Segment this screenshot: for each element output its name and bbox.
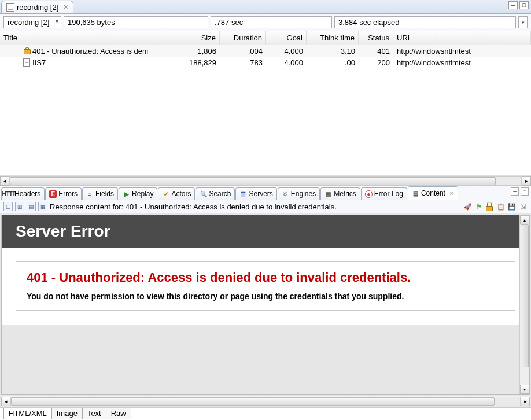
error-message: You do not have permission to view this … xyxy=(27,291,504,301)
content-toolbar-right: 🚀 ⚑ 📋 💾 ⇲ xyxy=(463,202,528,211)
table-body: 401 - Unauthorized: Access is deni 1,806… xyxy=(0,45,531,175)
scroll-track[interactable] xyxy=(9,176,522,186)
table-h-scrollbar[interactable]: ◂ ▸ xyxy=(0,175,531,186)
page-icon xyxy=(6,3,14,12)
cell-size: 1,806 xyxy=(179,46,220,57)
error-icon: E xyxy=(49,190,57,198)
cell-duration: .004 xyxy=(220,46,266,57)
tab-metrics[interactable]: ▦Metrics xyxy=(320,187,360,200)
editor-tab-bar: recording [2] ✕ ─ □ xyxy=(0,0,531,14)
cell-url: http://windowsntlmtest xyxy=(393,57,531,68)
tab-html-xml[interactable]: HTML/XML xyxy=(3,408,52,419)
content-toolbar: ▢ ▥ ▤ ▦ Response content for: 401 - Unau… xyxy=(0,200,531,213)
error-title: 401 - Unauthorized: Access is denied due… xyxy=(27,270,504,285)
cell-status: 200 xyxy=(359,57,393,68)
col-size[interactable]: Size xyxy=(179,31,220,45)
cell-title: 401 - Unauthorized: Access is deni xyxy=(32,47,148,56)
http-icon: HTTP xyxy=(5,190,13,198)
server-icon: ☰ xyxy=(239,190,247,198)
cell-think: .00 xyxy=(307,57,359,68)
layout-grid-button[interactable]: ▦ xyxy=(38,202,47,211)
tab-search[interactable]: 🔍Search xyxy=(196,187,235,200)
col-status[interactable]: Status xyxy=(359,31,393,45)
close-icon[interactable]: ✕ xyxy=(449,190,454,197)
flag-icon[interactable]: ⚑ xyxy=(474,202,484,211)
minimize-button[interactable]: ─ xyxy=(508,1,518,9)
scroll-thumb[interactable] xyxy=(521,224,529,367)
scroll-left-button[interactable]: ◂ xyxy=(0,176,9,186)
layout-split-v-button[interactable]: ▤ xyxy=(27,202,36,211)
editor-tab-recording[interactable]: recording [2] ✕ xyxy=(1,1,73,13)
col-think-time[interactable]: Think time xyxy=(307,31,359,45)
cell-think: 3.10 xyxy=(307,46,359,57)
close-icon[interactable]: ✕ xyxy=(63,3,68,11)
cell-goal: 4.000 xyxy=(266,46,307,57)
tab-error-log[interactable]: ●Error Log xyxy=(361,187,407,200)
content-description: Response content for: 401 - Unauthorized… xyxy=(50,202,461,211)
scroll-right-button[interactable]: ▸ xyxy=(522,176,531,186)
metrics-icon: ▦ xyxy=(325,190,332,198)
summary-toolbar: recording [2] 190,635 bytes .787 sec 3.8… xyxy=(0,14,531,31)
content-format-tabs: HTML/XML Image Text Raw xyxy=(0,407,531,420)
elapsed-readout[interactable]: 3.884 sec elapsed xyxy=(334,16,516,28)
detail-pane-controls: ─ □ xyxy=(511,187,529,196)
content-view: Server Error 401 - Unauthorized: Access … xyxy=(0,213,531,407)
scroll-thumb[interactable] xyxy=(11,397,495,406)
col-goal[interactable]: Goal xyxy=(266,31,307,45)
copy-icon[interactable]: 📋 xyxy=(496,202,506,211)
fields-icon: ≡ xyxy=(86,190,94,198)
tab-raw[interactable]: Raw xyxy=(106,408,131,419)
export-icon[interactable]: ⇲ xyxy=(518,202,528,211)
maximize-button[interactable]: □ xyxy=(519,1,529,9)
cell-size: 188,829 xyxy=(179,57,220,68)
tab-content[interactable]: ▤Content✕ xyxy=(408,186,458,200)
content-h-scrollbar[interactable]: ◂ ▸ xyxy=(1,396,530,406)
col-title[interactable]: Title xyxy=(0,31,179,45)
layout-single-button[interactable]: ▢ xyxy=(3,202,13,211)
cell-status: 401 xyxy=(359,46,393,57)
tab-text[interactable]: Text xyxy=(82,408,106,419)
recording-selector[interactable]: recording [2] xyxy=(3,16,61,28)
scroll-up-button[interactable]: ▴ xyxy=(520,215,529,224)
bytes-readout[interactable]: 190,635 bytes xyxy=(64,16,208,28)
scroll-thumb[interactable] xyxy=(10,177,496,185)
tab-engines[interactable]: ⛭Engines xyxy=(278,187,320,200)
view-menu-dropdown[interactable]: ▾ xyxy=(518,16,528,28)
error-page-header: Server Error xyxy=(2,215,529,248)
col-url[interactable]: URL xyxy=(393,31,531,45)
recording-selector-label: recording [2] xyxy=(8,18,49,27)
save-icon[interactable]: 💾 xyxy=(507,202,517,211)
table-row[interactable]: IIS7 188,829 .783 4.000 .00 200 http://w… xyxy=(0,57,531,68)
cell-duration: .783 xyxy=(220,57,266,68)
lock-icon[interactable] xyxy=(485,202,495,211)
seconds-readout[interactable]: .787 sec xyxy=(211,16,332,28)
tab-actors[interactable]: ✔Actors xyxy=(158,187,195,200)
tab-headers[interactable]: HTTPHeaders xyxy=(1,187,45,200)
minimize-pane-button[interactable]: ─ xyxy=(511,187,519,196)
table-header: Title Size Duration Goal Think time Stat… xyxy=(0,31,531,45)
layout-split-h-button[interactable]: ▥ xyxy=(15,202,24,211)
tab-image[interactable]: Image xyxy=(51,408,83,419)
scroll-down-button[interactable]: ▾ xyxy=(520,385,529,394)
content-scroll-area[interactable]: Server Error 401 - Unauthorized: Access … xyxy=(1,215,530,395)
search-icon: 🔍 xyxy=(200,190,207,198)
cell-title: IIS7 xyxy=(32,58,46,67)
tab-fields[interactable]: ≡Fields xyxy=(82,187,118,200)
table-row[interactable]: 401 - Unauthorized: Access is deni 1,806… xyxy=(0,45,531,57)
col-duration[interactable]: Duration xyxy=(220,31,266,45)
tab-replay[interactable]: ▶Replay xyxy=(119,187,157,200)
tab-servers[interactable]: ☰Servers xyxy=(235,187,276,200)
engine-icon: ⛭ xyxy=(282,190,289,198)
detail-tab-bar: HTTPHeaders EErrors ≡Fields ▶Replay ✔Act… xyxy=(0,186,531,200)
content-v-scrollbar[interactable]: ▴ ▾ xyxy=(519,215,529,394)
tab-errors[interactable]: EErrors xyxy=(45,187,82,200)
scroll-left-button[interactable]: ◂ xyxy=(1,397,10,406)
rendered-response: Server Error 401 - Unauthorized: Access … xyxy=(2,215,529,325)
scroll-right-button[interactable]: ▸ xyxy=(521,397,530,406)
check-icon: ✔ xyxy=(162,190,169,198)
error-box: 401 - Unauthorized: Access is denied due… xyxy=(16,261,515,311)
page-icon xyxy=(23,58,30,67)
scroll-track[interactable] xyxy=(10,397,521,406)
rocket-icon[interactable]: 🚀 xyxy=(463,202,473,211)
maximize-pane-button[interactable]: □ xyxy=(521,187,529,196)
